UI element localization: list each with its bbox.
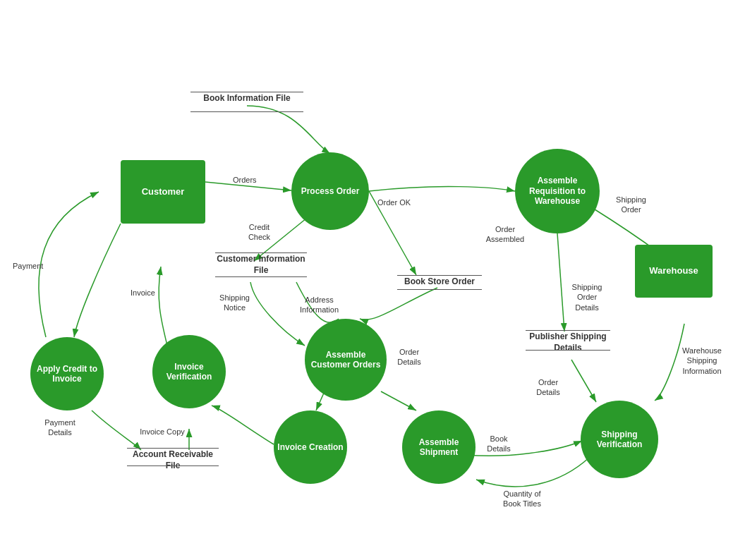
arf-line1: [127, 448, 219, 449]
label-payment: Payment: [13, 261, 43, 271]
book-info-file-line: [190, 92, 303, 92]
label-payment-details: Payment Details: [39, 418, 81, 438]
label-quantity-book-titles: Quantity of Book Titles: [494, 489, 550, 509]
apply-credit-node: Apply Credit to Invoice: [30, 337, 104, 410]
label-order-details2: Order Details: [531, 377, 566, 398]
psd-line1: [526, 330, 610, 331]
label-shipping-order: Shipping Order: [608, 195, 654, 215]
customer-node: Customer: [121, 160, 205, 224]
label-book-details: Book Details: [481, 434, 516, 454]
cif-label: Customer Information File: [215, 254, 307, 276]
cif-line1: [215, 252, 307, 253]
label-invoice-copy: Invoice Copy: [138, 427, 187, 437]
label-address-info: Address Information: [296, 295, 342, 315]
diagram: Customer Process Order Apply Credit to I…: [0, 0, 745, 560]
warehouse-node: Warehouse: [635, 245, 713, 298]
invoice-creation-node: Invoice Creation: [274, 410, 347, 484]
label-order-details1: Order Details: [392, 347, 427, 367]
assemble-shipment-node: Assemble Shipment: [402, 410, 476, 484]
assemble-requisition-node: Assemble Requisition to Warehouse: [515, 149, 600, 233]
bso-label: Book Store Order: [397, 276, 482, 288]
label-shipping-order-details: Shipping Order Details: [566, 282, 608, 312]
label-orders: Orders: [233, 175, 257, 185]
bso-line1: [397, 275, 482, 276]
arf-label: Account Receivable File: [127, 449, 219, 471]
label-shipping-notice: Shipping Notice: [215, 293, 254, 313]
bso-line2: [397, 289, 482, 290]
label-invoice: Invoice: [131, 288, 155, 298]
assemble-customer-orders-node: Assemble Customer Orders: [305, 319, 387, 401]
shipping-verification-node: Shipping Verification: [581, 401, 658, 478]
label-credit-check: Credit Check: [240, 222, 279, 243]
psd-line2: [526, 350, 610, 351]
invoice-verification-node: Invoice Verification: [152, 335, 226, 408]
book-info-file-label: Book Information File: [190, 93, 303, 104]
cif-line2: [215, 276, 307, 277]
book-info-file-line2: [190, 111, 303, 112]
label-warehouse-shipping: Warehouse Shipping Information: [677, 346, 727, 376]
process-order-node: Process Order: [291, 152, 369, 230]
label-order-assembled: Order Assembled: [484, 224, 526, 245]
arf-line2: [127, 465, 219, 466]
label-order-ok: Order OK: [377, 197, 411, 207]
